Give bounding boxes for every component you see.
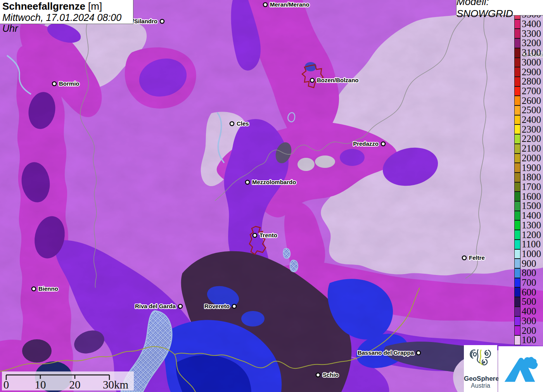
scale-bar-label: 10: [35, 378, 46, 390]
geosphere-logo-country: Austria: [464, 382, 497, 389]
map-datetime: Mittwoch, 17.01.2024 08:00 Uhr: [2, 12, 133, 34]
city-marker: [462, 256, 466, 260]
legend-row: 900: [514, 259, 543, 269]
legend-row: 2800: [514, 77, 543, 87]
legend-row: 1700: [514, 183, 543, 192]
map-title: Schneefallgrenze: [2, 0, 85, 12]
legend-swatch: [514, 259, 521, 268]
legend-swatch: [514, 29, 521, 38]
city-marker: [52, 82, 56, 86]
legend-row: 600: [514, 288, 543, 297]
scale-bar-label: 30km: [103, 378, 129, 390]
legend-swatch: [514, 182, 521, 192]
city-label: Bienno: [38, 285, 58, 292]
legend-row: 1000: [514, 250, 543, 259]
city-label: Predazzo: [353, 140, 379, 147]
map-title-line: Schneefallgrenze [m]: [2, 1, 133, 12]
city-marker: [417, 351, 420, 355]
legend-row: 1600: [514, 192, 543, 202]
city-label: Mezzolombardo: [252, 179, 296, 185]
city-marker: [263, 3, 267, 7]
legend-row: 1100: [514, 240, 543, 250]
legend-swatch: [514, 58, 521, 67]
legend-swatch: [514, 86, 521, 96]
legend-swatch: [514, 144, 521, 154]
legend-row: 3300: [514, 29, 543, 39]
legend-swatch: [514, 230, 521, 240]
hillshade-texture: [0, 0, 543, 392]
legend-swatch: [514, 278, 521, 288]
legend-swatch: [514, 115, 521, 125]
city-marker: [253, 233, 257, 237]
legend-row: 2600: [514, 96, 543, 106]
geosphere-logo: GeoSphere Austria: [464, 345, 497, 392]
legend-swatch: [514, 134, 521, 144]
city-marker: [178, 304, 182, 308]
city-marker: [316, 373, 320, 377]
city-marker: [381, 142, 385, 146]
legend-swatch: [514, 96, 521, 105]
legend-row: 2700: [514, 87, 543, 97]
legend-swatch: [514, 335, 521, 345]
city-label: Riva del Garda: [135, 303, 176, 309]
model-box: Modell: SNOWGRID: [456, 0, 543, 16]
city-marker: [310, 78, 314, 82]
title-box: Schneefallgrenze [m] Mittwoch, 17.01.202…: [0, 0, 133, 24]
city-label: Bozen/Bolzano: [317, 77, 359, 83]
legend-swatch: [514, 19, 521, 29]
legend-swatch: [514, 77, 521, 86]
legend-row: 2200: [514, 135, 543, 144]
legend-swatch: [514, 240, 521, 249]
legend-row: 700: [514, 278, 543, 288]
legend-swatch: [514, 307, 521, 316]
legend-swatch: [514, 154, 521, 163]
legend-swatch: [514, 48, 521, 58]
legend-swatch: [514, 316, 521, 326]
legend-row: 1500: [514, 202, 543, 211]
scale-bar-line: [6, 375, 109, 380]
model-label: Modell: SNOWGRID: [457, 0, 543, 20]
legend-swatch: [514, 173, 521, 182]
legend-swatch: [514, 211, 521, 221]
city-label: Rovereto: [204, 303, 230, 309]
legend-row: 1900: [514, 163, 543, 173]
legend-row: 3200: [514, 39, 543, 48]
legend-row: 300: [514, 317, 543, 326]
legend-row: 200: [514, 326, 543, 336]
geosphere-logo-name: GeoSphere: [464, 375, 497, 382]
scale-bar-labels: 0102030km: [3, 378, 129, 390]
legend-swatch: [514, 163, 521, 173]
scale-bar: 0102030km: [2, 371, 134, 390]
mountain-cornice-icon: [502, 351, 540, 388]
legend-row: 1200: [514, 230, 543, 240]
legend-row: 3400: [514, 20, 543, 29]
avalanche-logo: [498, 346, 543, 392]
scale-bar-label: 0: [3, 378, 9, 390]
legend-row: 3000: [514, 58, 543, 68]
legend-row: 1400: [514, 211, 543, 221]
legend-row: 2300: [514, 125, 543, 135]
legend-row: 2000: [514, 154, 543, 164]
legend-row: 500: [514, 297, 543, 307]
legend-swatch: [514, 124, 521, 134]
legend-colorbar: 3500340033003200310030002900280027002600…: [514, 10, 543, 345]
city-label: Bassano del Grappa: [358, 349, 414, 356]
city-marker: [32, 287, 36, 291]
legend-row: 2400: [514, 116, 543, 125]
city-marker: [246, 180, 249, 184]
city-label: Feltre: [469, 254, 485, 261]
city-label: Schio: [323, 371, 339, 378]
legend-swatch: [514, 326, 521, 335]
legend-row: 1300: [514, 221, 543, 230]
legend-value: 100: [522, 335, 536, 345]
legend-row: 2900: [514, 67, 543, 77]
city-label: Meran/Merano: [270, 1, 310, 8]
city-label: Cles: [237, 120, 249, 127]
legend-swatch: [514, 287, 521, 297]
legend-row: 3100: [514, 48, 543, 58]
city-marker: [160, 19, 164, 23]
map-unit: [m]: [88, 0, 102, 12]
legend-row: 1800: [514, 173, 543, 183]
legend-swatch: [514, 67, 521, 77]
legend-swatch: [514, 297, 521, 307]
